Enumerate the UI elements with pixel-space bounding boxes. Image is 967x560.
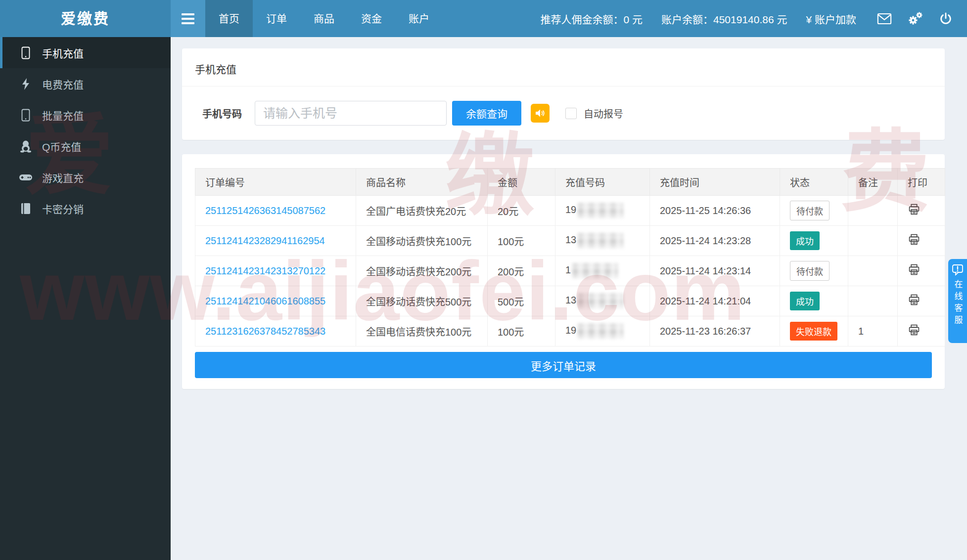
col-header-product: 商品名称 <box>356 169 488 196</box>
order-number-link[interactable]: 2511241421046061608855 <box>205 296 325 306</box>
col-header-time: 充值时间 <box>650 169 780 196</box>
product-name: 全国移动话费快充500元 <box>356 286 488 316</box>
col-header-remark: 备注 <box>848 169 898 196</box>
order-number-link[interactable]: 2511241423142313270122 <box>205 265 325 276</box>
recharge-number: 19 <box>555 196 650 226</box>
recharge-number: 13 <box>555 226 650 256</box>
product-name: 全国广电话费快充20元 <box>356 196 488 226</box>
orders-panel: 订单编号 商品名称 金额 充值号码 充值时间 状态 备注 打印 25112514… <box>182 154 945 389</box>
table-row: 2511251426363145087562 全国广电话费快充20元 20元 1… <box>195 196 945 226</box>
online-service-tab[interactable]: 在线客服 <box>948 259 967 343</box>
chat-alert-icon <box>952 264 964 276</box>
remark: 1 <box>848 316 898 346</box>
amount: 200元 <box>488 256 555 286</box>
status-badge: 成功 <box>790 292 820 310</box>
add-funds-button[interactable]: ¥ 账户加款 <box>806 11 856 26</box>
envelope-icon <box>877 13 892 25</box>
print-button[interactable] <box>908 294 921 306</box>
nav-item-home[interactable]: 首页 <box>205 0 253 37</box>
amount: 100元 <box>488 226 555 256</box>
table-row: 2511241421046061608855 全国移动话费快充500元 500元… <box>195 286 945 316</box>
messages-button[interactable] <box>869 0 900 37</box>
blurred-phone <box>578 294 623 308</box>
online-service-label: 在线客服 <box>952 280 964 327</box>
status-badge: 失败退款 <box>790 322 837 341</box>
sidebar-item-batch-recharge[interactable]: 批量充值 <box>0 99 171 130</box>
nav-item-products[interactable]: 商品 <box>300 0 348 37</box>
balance-query-button[interactable]: 余额查询 <box>452 101 521 126</box>
order-number-link[interactable]: 2511241423282941162954 <box>205 235 325 246</box>
table-header-row: 订单编号 商品名称 金额 充值号码 充值时间 状态 备注 打印 <box>195 169 945 196</box>
gamepad-icon <box>17 173 34 182</box>
col-header-amount: 金额 <box>488 169 555 196</box>
table-row: 2511241423282941162954 全国移动话费快充100元 100元… <box>195 226 945 256</box>
recharge-number: 13 <box>555 286 650 316</box>
logout-button[interactable] <box>930 0 961 37</box>
panel-title: 手机充值 <box>182 48 945 86</box>
blurred-phone <box>578 203 623 218</box>
sidebar-item-card-distribution[interactable]: 卡密分销 <box>0 193 171 224</box>
speaker-icon <box>535 108 546 118</box>
navbar-right: 推荐人佣金余额：0 元 账户余额：45019140.86 元 ¥ 账户加款 <box>541 0 967 37</box>
nav-item-funds[interactable]: 资金 <box>348 0 395 37</box>
commission-balance: 推荐人佣金余额：0 元 <box>541 11 643 26</box>
gears-icon <box>907 11 923 26</box>
brand-logo[interactable]: 爱缴费 <box>0 0 171 37</box>
amount: 20元 <box>488 196 555 226</box>
settings-button[interactable] <box>900 0 930 37</box>
remark <box>848 286 898 316</box>
remark <box>848 196 898 226</box>
print-button[interactable] <box>908 233 921 246</box>
blurred-phone <box>578 324 623 339</box>
order-number-link[interactable]: 2511231626378452785343 <box>205 326 325 337</box>
sidebar-item-phone-recharge[interactable]: 手机充值 <box>0 37 171 68</box>
bolt-icon <box>17 78 34 90</box>
blurred-phone <box>578 233 623 248</box>
order-number-link[interactable]: 2511251426363145087562 <box>205 205 325 216</box>
top-navbar: 爱缴费 首页 订单 商品 资金 账户 推荐人佣金余额：0 元 账户余额：4501… <box>0 0 967 37</box>
voice-announce-button[interactable] <box>531 104 550 123</box>
auto-report-checkbox[interactable] <box>565 108 577 119</box>
book-icon <box>17 203 34 215</box>
amount: 100元 <box>488 316 555 346</box>
col-header-phone: 充值号码 <box>555 169 650 196</box>
sidebar-item-electric-recharge[interactable]: 电费充值 <box>0 68 171 99</box>
table-row: 2511241423142313270122 全国移动话费快充200元 200元… <box>195 256 945 286</box>
recharge-time: 2025-11-25 14:26:36 <box>650 196 780 226</box>
status-badge: 待付款 <box>790 201 829 220</box>
printer-icon <box>908 294 921 306</box>
status-badge: 成功 <box>790 231 820 250</box>
more-orders-button[interactable]: 更多订单记录 <box>195 352 932 378</box>
status-badge: 待付款 <box>790 261 829 281</box>
table-row: 2511231626378452785343 全国电信话费快充100元 100元… <box>195 316 945 346</box>
printer-icon <box>908 203 921 215</box>
orders-table: 订单编号 商品名称 金额 充值号码 充值时间 状态 备注 打印 25112514… <box>195 168 945 346</box>
sidebar-item-qcoin-recharge[interactable]: Q币充值 <box>0 130 171 162</box>
printer-icon <box>908 324 921 336</box>
phone-icon <box>17 109 34 122</box>
account-balance: 账户余额：45019140.86 元 <box>661 11 787 26</box>
main-nav: 首页 订单 商品 资金 账户 <box>205 0 443 37</box>
product-name: 全国移动话费快充200元 <box>356 256 488 286</box>
qq-penguin-icon <box>17 140 34 153</box>
recharge-time: 2025-11-24 14:23:28 <box>650 226 780 256</box>
col-header-order-no: 订单编号 <box>195 169 356 196</box>
remark <box>848 256 898 286</box>
print-button[interactable] <box>908 263 921 276</box>
phone-icon <box>17 46 34 59</box>
printer-icon <box>908 263 921 276</box>
sidebar-item-game-recharge[interactable]: 游戏直充 <box>0 162 171 193</box>
col-header-print: 打印 <box>898 169 945 196</box>
nav-item-orders[interactable]: 订单 <box>253 0 300 37</box>
sidebar-toggle-button[interactable] <box>171 0 205 37</box>
recharge-form: 手机号码 余额查询 自动报号 <box>182 86 945 140</box>
print-button[interactable] <box>908 324 921 336</box>
phone-number-input[interactable] <box>255 101 447 126</box>
amount: 500元 <box>488 286 555 316</box>
commission-value: 0 元 <box>624 14 643 25</box>
nav-item-account[interactable]: 账户 <box>395 0 443 37</box>
power-icon <box>939 12 953 26</box>
print-button[interactable] <box>908 203 921 215</box>
col-header-status: 状态 <box>780 169 848 196</box>
main-content: 手机充值 手机号码 余额查询 自动报号 订单编号 商品名称 金额 充值 <box>171 37 967 560</box>
